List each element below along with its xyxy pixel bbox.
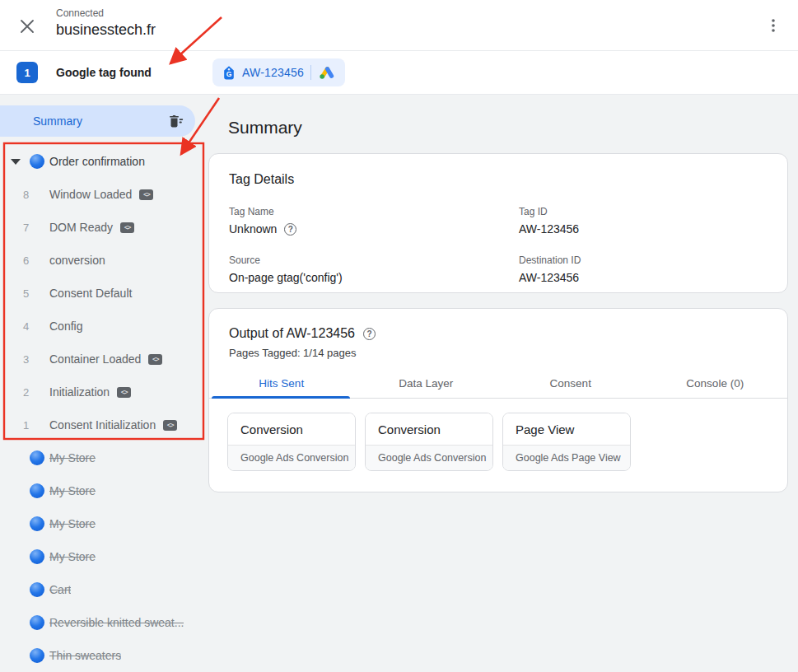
sidebar-event-item[interactable]: 8 Window Loaded <> xyxy=(0,178,203,211)
event-label: conversion xyxy=(49,254,105,267)
detail-field: Tag ID AW-123456 xyxy=(519,206,768,236)
field-label: Tag ID xyxy=(519,206,768,217)
event-label: Initialization xyxy=(49,385,110,399)
code-icon: <> xyxy=(117,387,131,398)
field-value: Unknown xyxy=(229,222,277,236)
sidebar-event-item[interactable]: 4 Config xyxy=(0,310,203,343)
output-tabs: Hits Sent Data Layer Consent Console (0) xyxy=(209,368,787,399)
hit-subtitle: Google Ads Conversion xyxy=(366,445,492,470)
field-label: Destination ID xyxy=(519,254,768,266)
sidebar-page-item[interactable]: My Store xyxy=(0,540,203,573)
google-tag-found-label: Google tag found xyxy=(56,51,152,94)
pages-tagged-label: Pages Tagged: 1/14 pages xyxy=(229,347,768,359)
page-dot-icon xyxy=(30,615,44,630)
summary-label: Summary xyxy=(33,114,82,128)
code-icon: <> xyxy=(148,354,162,365)
output-title: Output of AW-123456 xyxy=(229,326,355,341)
field-value: On-page gtag('config') xyxy=(229,271,343,284)
connection-header: Connected businesstech.fr xyxy=(0,0,798,51)
sidebar-page-item[interactable]: My Store xyxy=(0,441,203,474)
page-label: My Store xyxy=(49,484,96,497)
svg-text:G: G xyxy=(226,70,232,78)
page-dot-icon xyxy=(30,582,44,597)
page-dot-icon xyxy=(30,549,44,564)
hit-title: Conversion xyxy=(228,413,355,445)
tag-id-chip[interactable]: G AW-123456 xyxy=(212,58,345,86)
tag-details-fields: Tag Name Unknown ? Tag ID AW-123456 xyxy=(229,206,768,284)
google-tag-icon: G xyxy=(222,65,236,80)
sidebar-page-item[interactable]: My Store xyxy=(0,474,203,507)
help-icon[interactable]: ? xyxy=(284,223,296,236)
hit-subtitle: Google Ads Page View xyxy=(503,445,630,470)
event-number: 4 xyxy=(23,320,44,333)
page-dot-icon xyxy=(30,483,44,498)
sidebar-event-item[interactable]: 6 conversion xyxy=(0,244,203,277)
tag-details-card: Tag Details Tag Name Unknown ? Tag ID xyxy=(208,153,788,293)
page-dot-icon xyxy=(30,450,44,465)
page-list: My Store My Store My Store My St xyxy=(0,441,203,672)
chip-divider xyxy=(310,65,311,80)
sidebar-page-item[interactable]: My Store xyxy=(0,507,203,540)
sidebar-item-order-confirmation[interactable]: Order confirmation xyxy=(0,145,203,178)
sidebar-event-item[interactable]: 3 Container Loaded <> xyxy=(0,343,203,376)
sidebar-page-item[interactable]: Cart xyxy=(0,573,203,606)
page-label: My Store xyxy=(49,451,96,464)
output-title-row: Output of AW-123456 ? xyxy=(229,326,768,341)
hit-card[interactable]: Conversion Google Ads Conversion xyxy=(365,413,493,471)
event-number: 3 xyxy=(23,353,44,366)
google-ads-icon xyxy=(318,65,335,80)
google-tag-bar: 1 Google tag found G AW-123456 xyxy=(0,51,798,95)
page-label: My Store xyxy=(49,517,96,530)
hits-sent-list: Conversion Google Ads Conversion Convers… xyxy=(209,399,787,485)
sidebar-event-item[interactable]: 1 Consent Initialization <> xyxy=(0,408,203,441)
kebab-menu-icon[interactable] xyxy=(763,16,783,35)
sidebar-page-item[interactable]: Reversible knitted sweat... xyxy=(0,606,203,639)
group-label: Order confirmation xyxy=(49,155,145,168)
field-value: AW-123456 xyxy=(519,271,579,284)
hit-card[interactable]: Conversion Google Ads Conversion xyxy=(227,413,356,471)
event-label: DOM Ready xyxy=(49,221,113,234)
sidebar-event-item[interactable]: 7 DOM Ready <> xyxy=(0,211,203,244)
hit-subtitle: Google Ads Conversion xyxy=(228,445,355,470)
detail-field: Tag Name Unknown ? xyxy=(229,206,519,236)
connected-site-name: businesstech.fr xyxy=(56,21,156,40)
code-icon: <> xyxy=(120,222,134,233)
tag-details-title: Tag Details xyxy=(229,172,768,187)
page-title: Summary xyxy=(228,118,798,138)
page-dot-icon xyxy=(30,154,44,169)
event-number: 7 xyxy=(23,222,44,234)
event-label: Consent Initialization xyxy=(49,418,156,432)
connection-info: Connected businesstech.fr xyxy=(56,7,156,40)
event-list: 8 Window Loaded <> 7 DOM Ready <> 6 conv… xyxy=(0,178,203,441)
sidebar-event-item[interactable]: 2 Initialization <> xyxy=(0,376,203,408)
tab[interactable]: Consent xyxy=(498,368,643,398)
detail-field: Destination ID AW-123456 xyxy=(519,254,768,284)
event-label: Window Loaded xyxy=(49,188,132,201)
page-label: Thin sweaters xyxy=(49,649,121,662)
chevron-down-icon[interactable] xyxy=(11,159,21,165)
page-label: My Store xyxy=(49,550,96,563)
field-value: AW-123456 xyxy=(519,222,579,236)
hit-card[interactable]: Page View Google Ads Page View xyxy=(502,413,631,471)
summary-panel: Summary Tag Details Tag Name Unknown ? xyxy=(208,95,798,492)
event-label: Container Loaded xyxy=(49,352,141,366)
clear-events-icon[interactable] xyxy=(167,114,184,128)
tab[interactable]: Console (0) xyxy=(643,368,788,398)
tab[interactable]: Data Layer xyxy=(354,368,499,398)
sidebar-event-item[interactable]: 5 Consent Default xyxy=(0,277,203,310)
hit-title: Conversion xyxy=(366,413,492,445)
tag-id-label: AW-123456 xyxy=(242,66,304,79)
tab[interactable]: Hits Sent xyxy=(209,368,354,398)
output-card: Output of AW-123456 ? Pages Tagged: 1/14… xyxy=(208,308,788,492)
close-icon[interactable] xyxy=(17,16,37,36)
events-sidebar: Summary Order confirmation xyxy=(0,95,203,672)
sidebar-page-item[interactable]: Thin sweaters xyxy=(0,639,203,672)
page-label: Reversible knitted sweat... xyxy=(49,616,184,629)
code-icon: <> xyxy=(163,420,177,431)
field-label: Tag Name xyxy=(229,206,519,217)
tag-count-badge: 1 xyxy=(16,62,38,83)
help-icon[interactable]: ? xyxy=(363,328,376,340)
sidebar-item-summary[interactable]: Summary xyxy=(0,105,195,137)
tab-label: Hits Sent xyxy=(259,377,304,390)
detail-field: Source On-page gtag('config') xyxy=(229,254,519,284)
